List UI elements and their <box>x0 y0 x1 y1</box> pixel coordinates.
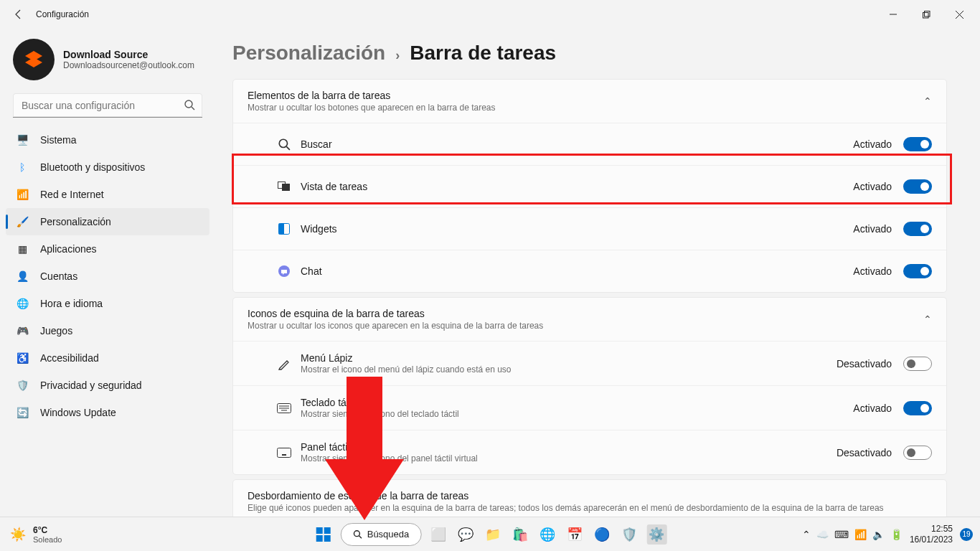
chat-icon[interactable]: 💬 <box>456 524 476 545</box>
volume-icon[interactable]: 🔈 <box>872 529 885 540</box>
breadcrumb-separator: › <box>395 48 400 63</box>
keyboard-icon[interactable]: ⌨ <box>834 529 849 540</box>
start-button[interactable] <box>314 524 334 545</box>
edge-icon[interactable]: 🌐 <box>537 524 557 545</box>
battery-icon[interactable]: 🔋 <box>890 529 903 540</box>
section-title: Elementos de la barra de tareas <box>248 90 496 101</box>
setting-row: ChatActivado <box>233 250 946 292</box>
row-icon <box>276 265 292 278</box>
toggle-switch[interactable] <box>903 137 932 151</box>
svg-line-25 <box>359 535 362 538</box>
section-header[interactable]: Iconos de esquina de la barra de tareas … <box>233 298 946 341</box>
row-sublabel: Mostrar siempre el icono del teclado tác… <box>301 409 459 419</box>
section-header[interactable]: Elementos de la barra de tareas Mostrar … <box>233 80 946 123</box>
wifi-icon[interactable]: 📶 <box>854 529 867 540</box>
nav-label: Privacidad y seguridad <box>40 380 142 391</box>
nav-label: Red e Internet <box>40 189 104 200</box>
profile[interactable]: Download Source Downloadsourcenet@outloo… <box>6 34 209 90</box>
chevron-up-icon[interactable]: ⌃ <box>923 95 932 107</box>
breadcrumb-current: Barra de tareas <box>410 42 556 65</box>
weather-icon: ☀️ <box>10 527 26 542</box>
taskbar-search[interactable]: Búsqueda <box>341 523 422 546</box>
section-corner-icons: Iconos de esquina de la barra de tareas … <box>232 297 947 475</box>
toggle-switch[interactable] <box>903 446 932 460</box>
row-label: Vista de tareas <box>301 181 367 192</box>
toggle-switch[interactable] <box>903 179 932 194</box>
calendar-icon[interactable]: 📅 <box>565 524 585 545</box>
taskbar: ☀️ 6°C Soleado Búsqueda ⬜ 💬 📁 🛍️ 🌐 📅 🔵 🛡… <box>0 517 980 551</box>
weather-widget[interactable]: ☀️ 6°C Soleado <box>0 525 62 544</box>
toggle-state: Activado <box>853 181 892 192</box>
toggle-switch[interactable] <box>903 401 932 415</box>
breadcrumb: Personalización › Barra de tareas <box>232 42 947 65</box>
nav-icon: 🔄 <box>16 406 29 419</box>
toggle-state: Desactivado <box>837 358 892 369</box>
nav-icon: ᛒ <box>16 161 29 174</box>
nav-label: Sistema <box>40 134 77 146</box>
svg-line-6 <box>192 107 194 110</box>
maximize-button[interactable] <box>910 0 943 29</box>
sidebar-item-windows-update[interactable]: 🔄Windows Update <box>6 399 209 426</box>
nav-label: Cuentas <box>40 270 77 282</box>
settings-search[interactable] <box>13 93 202 118</box>
sidebar-item-privacidad-y-seguridad[interactable]: 🛡️Privacidad y seguridad <box>6 372 209 399</box>
sidebar-item-hora-e-idioma[interactable]: 🌐Hora e idioma <box>6 290 209 317</box>
sidebar-item-juegos[interactable]: 🎮Juegos <box>6 317 209 344</box>
search-input[interactable] <box>13 93 202 118</box>
svg-point-7 <box>279 139 287 147</box>
toggle-state: Desactivado <box>837 447 892 458</box>
nav-icon: 🖥️ <box>16 133 29 146</box>
svg-rect-12 <box>279 224 285 235</box>
sidebar-item-cuentas[interactable]: 👤Cuentas <box>6 263 209 290</box>
nav-icon: 🎮 <box>16 324 29 337</box>
row-icon <box>276 182 292 192</box>
section-header[interactable]: Desbordamiento de esquina de la barra de… <box>233 480 946 517</box>
sidebar-item-bluetooth-y-dispositivos[interactable]: ᛒBluetooth y dispositivos <box>6 154 209 181</box>
row-label: Teclado táctil <box>301 397 459 408</box>
setting-row: Teclado táctilMostrar siempre el icono d… <box>233 385 946 430</box>
time: 12:55 <box>910 524 953 534</box>
setting-row: BuscarActivado <box>233 123 946 165</box>
toggle-switch[interactable] <box>903 222 932 236</box>
row-icon <box>276 138 292 151</box>
close-button[interactable] <box>943 0 976 29</box>
sidebar-item-personalización[interactable]: 🖌️Personalización <box>6 208 209 235</box>
sidebar-item-accesibilidad[interactable]: ♿Accesibilidad <box>6 344 209 372</box>
system-tray[interactable]: ⌃ ☁️ ⌨ 📶 🔈 🔋 <box>802 529 903 540</box>
back-button[interactable] <box>4 0 33 29</box>
sidebar-item-aplicaciones[interactable]: ▦Aplicaciones <box>6 235 209 263</box>
row-label: Chat <box>301 265 322 277</box>
sidebar-item-red-e-internet[interactable]: 📶Red e Internet <box>6 181 209 208</box>
settings-icon[interactable]: ⚙️ <box>646 524 666 545</box>
profile-name: Download Source <box>63 49 194 60</box>
notification-badge[interactable]: 19 <box>960 528 973 541</box>
weather-temp: 6°C <box>33 525 62 535</box>
section-overflow: Desbordamiento de esquina de la barra de… <box>232 479 947 517</box>
chevron-up-icon[interactable]: ⌃ <box>923 314 932 325</box>
nav-label: Hora e idioma <box>40 298 103 309</box>
chevron-up-icon[interactable]: ⌃ <box>802 529 811 540</box>
toggle-switch[interactable] <box>903 357 932 371</box>
nav-icon: 📶 <box>16 188 29 201</box>
clock[interactable]: 12:55 16/01/2023 <box>910 524 953 545</box>
onedrive-icon[interactable]: ☁️ <box>816 529 829 540</box>
nav-icon: 🖌️ <box>16 215 29 228</box>
row-sublabel: Mostrar el icono del menú del lápiz cuan… <box>301 364 512 375</box>
row-icon <box>276 357 292 370</box>
main-content: Personalización › Barra de tareas Elemen… <box>215 29 980 517</box>
sidebar-item-sistema[interactable]: 🖥️Sistema <box>6 126 209 154</box>
breadcrumb-parent[interactable]: Personalización <box>232 42 385 65</box>
store-icon[interactable]: 🛍️ <box>510 524 530 545</box>
nav-icon: ♿ <box>16 352 29 364</box>
nav-icon: 🛡️ <box>16 379 29 392</box>
toggle-switch[interactable] <box>903 264 932 278</box>
taskview-icon[interactable]: ⬜ <box>428 524 448 545</box>
chrome-icon[interactable]: 🔵 <box>592 524 612 545</box>
minimize-button[interactable] <box>877 0 910 29</box>
security-icon[interactable]: 🛡️ <box>619 524 639 545</box>
svg-point-24 <box>354 530 359 536</box>
svg-rect-20 <box>316 527 323 534</box>
section-taskbar-items: Elementos de la barra de tareas Mostrar … <box>232 79 947 293</box>
row-icon <box>276 223 292 235</box>
explorer-icon[interactable]: 📁 <box>483 524 503 545</box>
